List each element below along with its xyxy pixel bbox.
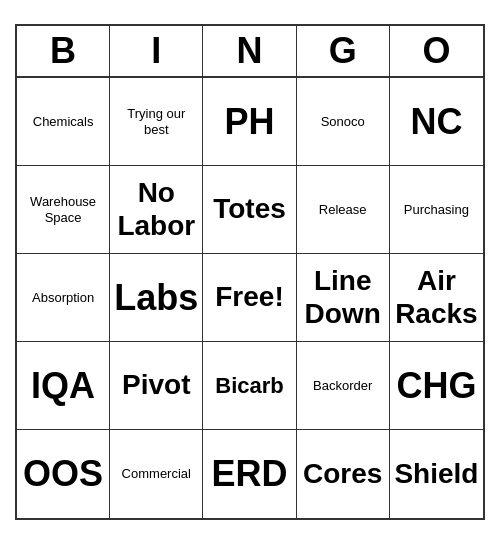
bingo-cell-5[interactable]: Warehouse Space: [17, 166, 110, 254]
bingo-cell-12[interactable]: Free!: [203, 254, 296, 342]
bingo-cell-16[interactable]: Pivot: [110, 342, 203, 430]
cell-text-20: OOS: [23, 453, 103, 495]
bingo-cell-10[interactable]: Absorption: [17, 254, 110, 342]
bingo-cell-21[interactable]: Commercial: [110, 430, 203, 518]
cell-text-9: Purchasing: [404, 202, 469, 218]
bingo-cell-2[interactable]: PH: [203, 78, 296, 166]
cell-text-22: ERD: [211, 453, 287, 495]
bingo-header: BINGO: [17, 26, 483, 78]
header-letter-o: O: [390, 26, 483, 76]
bingo-cell-15[interactable]: IQA: [17, 342, 110, 430]
bingo-cell-3[interactable]: Sonoco: [297, 78, 390, 166]
bingo-cell-0[interactable]: Chemicals: [17, 78, 110, 166]
cell-text-3: Sonoco: [321, 114, 365, 130]
bingo-cell-18[interactable]: Backorder: [297, 342, 390, 430]
header-letter-b: B: [17, 26, 110, 76]
cell-text-12: Free!: [215, 281, 283, 313]
bingo-card: BINGO ChemicalsTrying our bestPHSonocoNC…: [15, 24, 485, 520]
bingo-cell-13[interactable]: Line Down: [297, 254, 390, 342]
cell-text-11: Labs: [114, 277, 198, 319]
bingo-cell-23[interactable]: Cores: [297, 430, 390, 518]
cell-text-17: Bicarb: [215, 373, 283, 398]
cell-text-4: NC: [410, 101, 462, 143]
cell-text-10: Absorption: [32, 290, 94, 306]
cell-text-19: CHG: [396, 365, 476, 407]
cell-text-15: IQA: [31, 365, 95, 407]
bingo-cell-17[interactable]: Bicarb: [203, 342, 296, 430]
bingo-cell-7[interactable]: Totes: [203, 166, 296, 254]
bingo-cell-22[interactable]: ERD: [203, 430, 296, 518]
bingo-cell-4[interactable]: NC: [390, 78, 483, 166]
bingo-cell-14[interactable]: Air Racks: [390, 254, 483, 342]
cell-text-1: Trying our best: [114, 106, 198, 137]
cell-text-6: No Labor: [114, 177, 198, 241]
cell-text-18: Backorder: [313, 378, 372, 394]
header-letter-i: I: [110, 26, 203, 76]
cell-text-21: Commercial: [122, 466, 191, 482]
bingo-cell-24[interactable]: Shield: [390, 430, 483, 518]
cell-text-13: Line Down: [301, 265, 385, 329]
cell-text-5: Warehouse Space: [21, 194, 105, 225]
header-letter-g: G: [297, 26, 390, 76]
cell-text-16: Pivot: [122, 369, 190, 401]
bingo-cell-20[interactable]: OOS: [17, 430, 110, 518]
cell-text-0: Chemicals: [33, 114, 94, 130]
bingo-cell-9[interactable]: Purchasing: [390, 166, 483, 254]
bingo-cell-11[interactable]: Labs: [110, 254, 203, 342]
cell-text-7: Totes: [213, 193, 286, 225]
bingo-cell-19[interactable]: CHG: [390, 342, 483, 430]
header-letter-n: N: [203, 26, 296, 76]
cell-text-2: PH: [224, 101, 274, 143]
cell-text-23: Cores: [303, 458, 382, 490]
bingo-grid: ChemicalsTrying our bestPHSonocoNCWareho…: [17, 78, 483, 518]
bingo-cell-1[interactable]: Trying our best: [110, 78, 203, 166]
cell-text-8: Release: [319, 202, 367, 218]
cell-text-14: Air Racks: [394, 265, 479, 329]
bingo-cell-8[interactable]: Release: [297, 166, 390, 254]
bingo-cell-6[interactable]: No Labor: [110, 166, 203, 254]
cell-text-24: Shield: [394, 458, 478, 490]
